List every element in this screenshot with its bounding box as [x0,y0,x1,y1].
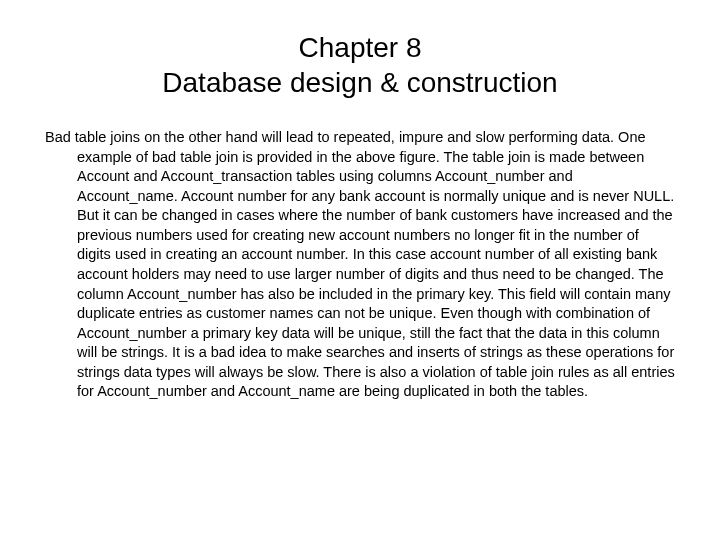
body-paragraph: Bad table joins on the other hand will l… [77,128,675,402]
slide-title: Chapter 8 Database design & construction [45,30,675,100]
title-line-1: Chapter 8 [45,30,675,65]
title-line-2: Database design & construction [45,65,675,100]
